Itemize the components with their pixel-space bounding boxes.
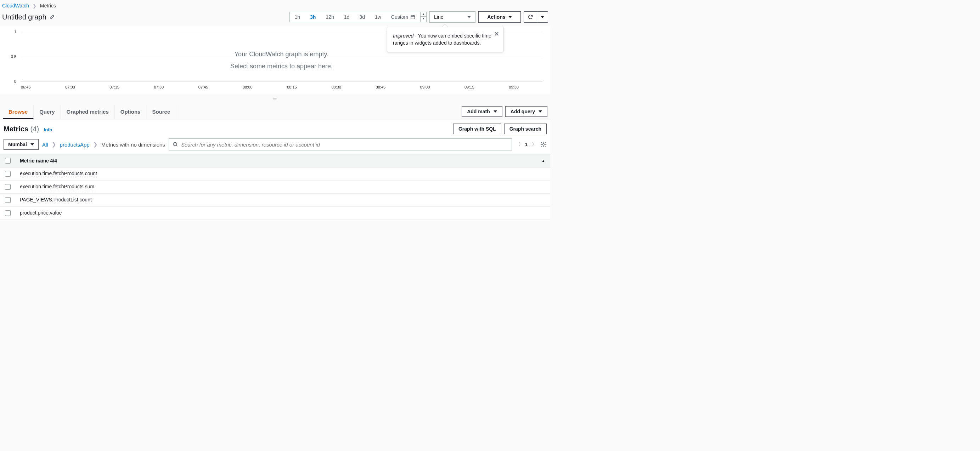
time-range-selector: 1h 3h 12h 1d 3d 1w Custom ▲ ▼ [290,12,427,22]
refresh-options-button[interactable] [537,11,548,23]
y-tick: 0 [14,79,16,84]
add-query-label: Add query [511,109,535,114]
time-12h[interactable]: 12h [321,12,339,22]
edit-icon[interactable] [49,14,55,20]
x-tick: 09:30 [509,85,519,89]
search-input[interactable] [181,141,508,148]
time-custom[interactable]: Custom [386,12,420,22]
chevron-right-icon: ❯ [52,141,56,148]
chart-type-value: Line [434,14,443,20]
metric-name[interactable]: product.price.value [20,210,62,216]
calendar-icon [410,14,415,19]
svg-point-6 [543,144,544,146]
metric-name[interactable]: execution.time.fetchProducts.sum [20,184,94,190]
tab-query[interactable]: Query [33,105,60,119]
svg-rect-0 [411,16,415,19]
chevron-down-icon [539,110,542,113]
tab-options[interactable]: Options [115,105,147,119]
x-tick: 09:15 [465,85,474,89]
x-tick: 07:30 [154,85,164,89]
close-icon[interactable]: ✕ [494,31,499,37]
time-1w[interactable]: 1w [370,12,386,22]
metric-breadcrumb: All ❯ productsApp ❯ Metrics with no dime… [42,141,165,148]
spinner-down-icon[interactable]: ▼ [420,16,426,21]
crumb-namespace[interactable]: productsApp [60,141,90,148]
page-number: 1 [525,141,528,147]
popover-prefix: Improved [393,33,414,38]
tab-browse[interactable]: Browse [3,105,33,119]
pagination: 〈 1 〉 [515,141,537,148]
info-link[interactable]: Info [44,127,52,132]
actions-button[interactable]: Actions [478,11,521,23]
add-math-label: Add math [467,109,490,114]
time-1d[interactable]: 1d [339,12,355,22]
breadcrumb-current: Metrics [40,3,56,8]
time-3h[interactable]: 3h [305,12,321,22]
tab-source[interactable]: Source [146,105,176,119]
x-tick: 07:00 [65,85,75,89]
table-row[interactable]: product.price.value [0,207,550,220]
graph-search-button[interactable]: Graph search [504,124,547,134]
x-tick: 07:15 [110,85,119,89]
chevron-down-icon [493,110,497,113]
breadcrumb-root[interactable]: CloudWatch [2,3,29,8]
chevron-down-icon [467,16,471,18]
tab-graphed-metrics[interactable]: Graphed metrics [61,105,115,119]
gear-icon [540,141,547,148]
time-custom-label: Custom [391,14,408,20]
x-tick: 07:45 [199,85,208,89]
row-checkbox[interactable] [5,210,11,216]
chevron-down-icon [30,143,34,146]
sort-icon[interactable]: ▲ [541,159,545,163]
metrics-table: Metric name 4/4 ▲ execution.time.fetchPr… [0,154,550,220]
time-3d[interactable]: 3d [354,12,370,22]
search-box[interactable] [169,138,512,151]
metric-name[interactable]: PAGE_VIEWS.ProductList.count [20,197,92,203]
region-value: Mumbai [8,141,27,147]
chevron-right-icon: ❯ [93,141,98,148]
crumb-leaf: Metrics with no dimensions [101,141,165,148]
table-row[interactable]: PAGE_VIEWS.ProductList.count [0,194,550,207]
column-metric-name[interactable]: Metric name 4/4 [20,158,57,164]
table-row[interactable]: execution.time.fetchProducts.sum [0,181,550,194]
row-checkbox[interactable] [5,184,11,190]
resize-handle[interactable]: ═ [0,94,550,103]
page-next[interactable]: 〉 [532,141,537,148]
metrics-count: (4) [30,125,39,133]
metrics-heading: Metrics [3,125,29,133]
x-tick: 06:45 [21,85,31,89]
crumb-all[interactable]: All [42,141,48,148]
page-prev[interactable]: 〈 [515,141,520,148]
actions-label: Actions [487,14,505,20]
spinner-up-icon[interactable]: ▲ [420,12,426,16]
time-1h[interactable]: 1h [290,12,305,22]
time-spinner[interactable]: ▲ ▼ [420,12,426,22]
filter-row: Mumbai All ❯ productsApp ❯ Metrics with … [0,136,550,154]
add-math-button[interactable]: Add math [461,106,503,117]
search-icon [173,141,178,147]
y-axis: 1 0.5 0 [4,32,18,81]
x-axis: 06:45 07:00 07:15 07:30 07:45 08:00 08:1… [21,83,542,92]
table-header: Metric name 4/4 ▲ [0,154,550,167]
refresh-button[interactable] [523,11,537,23]
select-all-checkbox[interactable] [5,158,11,164]
graph-with-sql-button[interactable]: Graph with SQL [453,124,501,134]
metric-name[interactable]: execution.time.fetchProducts.count [20,171,97,177]
info-popover: ✕ Improved - You now can embed specific … [387,27,504,52]
x-tick: 09:00 [420,85,430,89]
settings-button[interactable] [540,141,547,148]
region-select[interactable]: Mumbai [3,139,39,150]
chevron-down-icon [508,16,512,18]
row-checkbox[interactable] [5,171,11,177]
row-checkbox[interactable] [5,197,11,203]
chevron-right-icon: ❯ [33,3,37,8]
x-tick: 08:30 [331,85,341,89]
table-row[interactable]: execution.time.fetchProducts.count [0,167,550,181]
chevron-down-icon [541,16,544,18]
add-query-button[interactable]: Add query [505,106,547,117]
y-tick: 0.5 [11,54,16,59]
breadcrumb: CloudWatch ❯ Metrics [0,0,550,10]
svg-point-4 [173,142,177,146]
refresh-icon [528,14,533,20]
chart-type-select[interactable]: Line [430,11,476,23]
